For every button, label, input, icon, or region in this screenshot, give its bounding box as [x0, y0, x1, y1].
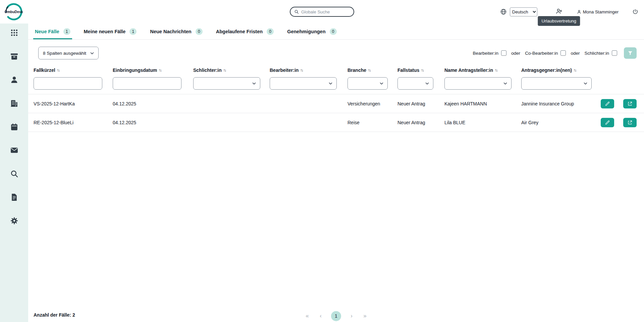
tab-label: Meine neuen Fälle	[84, 29, 126, 34]
gear-icon	[10, 217, 18, 225]
external-link-icon	[627, 101, 633, 106]
language-select[interactable]: Deutsch	[510, 7, 537, 16]
column-header-schlichter[interactable]: Schlichter:in ↑↓	[193, 67, 270, 73]
sort-icon[interactable]: ↑↓	[159, 68, 162, 72]
sort-icon[interactable]: ↑↓	[495, 68, 498, 72]
bearbeiter-checkbox[interactable]	[501, 50, 506, 56]
vacation-tooltip: Urlaubsvertretung	[538, 16, 580, 26]
app-logo: OmbuDesk	[5, 3, 23, 21]
external-link-icon	[627, 120, 633, 125]
open-case-button[interactable]	[623, 118, 637, 127]
vacation-substitute-button[interactable]: Urlaubsvertretung	[555, 8, 562, 16]
sidebar-item-cases[interactable]	[10, 52, 18, 62]
pagination-first[interactable]: «	[304, 313, 310, 319]
column-header-branche[interactable]: Branche ↑↓	[347, 67, 397, 73]
filter-select-fallstatus[interactable]	[397, 77, 433, 90]
schlichter-checkbox[interactable]	[612, 50, 617, 56]
bearbeiter-filter-label: Bearbeiter:in	[473, 51, 499, 56]
sidebar-item-persons[interactable]	[10, 76, 18, 85]
filter-input-fallkuerzel[interactable]	[34, 77, 102, 90]
filter-input-einbringungsdatum[interactable]	[113, 77, 181, 90]
sort-icon[interactable]: ↑↓	[421, 68, 425, 72]
column-header-einbringungsdatum[interactable]: Einbringungsdatum ↑↓	[113, 67, 193, 73]
archive-box-icon	[10, 52, 18, 60]
sort-icon[interactable]: ↑↓	[574, 68, 577, 72]
apply-filter-button[interactable]	[624, 47, 637, 59]
table-filter-row	[28, 76, 644, 94]
cell-antragsgegner: Jannine Insurance Group	[521, 101, 597, 106]
sort-icon[interactable]: ↑↓	[223, 68, 227, 72]
tab-genehmigungen[interactable]: Genehmigungen 0	[287, 24, 336, 39]
sort-icon[interactable]: ↑↓	[300, 68, 304, 72]
globe-icon[interactable]	[500, 8, 507, 15]
column-header-fallkuerzel[interactable]: Fallkürzel ↑↓	[34, 67, 113, 73]
tab-badge: 1	[63, 28, 70, 35]
edit-case-button[interactable]	[601, 99, 614, 108]
search-icon	[294, 9, 299, 14]
chevron-down-icon	[380, 82, 383, 85]
calendar-icon	[10, 123, 18, 131]
sidebar-item-documents[interactable]	[10, 193, 18, 203]
cell-branche: Versicherungen	[347, 101, 397, 106]
pagination-next[interactable]: ›	[348, 313, 355, 319]
columns-select[interactable]: 8 Spalten ausgewählt	[38, 47, 99, 59]
co-bearbeiter-filter: Co-Bearbeiter:in	[525, 50, 566, 56]
sidebar-item-search[interactable]	[10, 170, 18, 179]
sidebar-item-organizations[interactable]	[10, 99, 18, 109]
open-case-button[interactable]	[623, 99, 637, 108]
app-logo-mark: OmbuDesk	[5, 3, 23, 21]
topbar: OmbuDesk Deutsch	[0, 0, 644, 24]
tab-neue-nachrichten[interactable]: Neue Nachrichten 0	[150, 24, 202, 39]
sort-icon[interactable]: ↑↓	[368, 68, 372, 72]
cell-einbringungsdatum: 04.12.2025	[113, 120, 193, 125]
chevron-down-icon	[329, 82, 332, 85]
co-bearbeiter-checkbox[interactable]	[560, 50, 566, 56]
table-row[interactable]: RE-2025-12-BlueLi 04.12.2025 Reise Neuer…	[28, 113, 644, 132]
filter-select-schlichter[interactable]	[193, 77, 260, 90]
tab-badge: 0	[196, 28, 203, 35]
co-bearbeiter-filter-label: Co-Bearbeiter:in	[525, 51, 558, 56]
tab-label: Neue Fälle	[35, 29, 59, 34]
or-label: oder	[571, 51, 580, 56]
column-header-antragsgegner[interactable]: Antragsgegner:in(nen) ↑↓	[521, 67, 597, 73]
pagination-prev[interactable]: ‹	[318, 313, 324, 319]
pagination-page-1[interactable]: 1	[331, 311, 341, 321]
table-footer: Anzahl der Fälle: 2 « ‹ 1 › »	[28, 312, 644, 322]
column-header-antragsteller[interactable]: Name Antragsteller:in ↑↓	[444, 67, 521, 73]
sidebar-item-mail[interactable]	[10, 146, 18, 156]
sidebar-item-settings[interactable]	[10, 217, 18, 226]
grid-menu-icon	[10, 29, 18, 37]
user-menu[interactable]: Mona Stamminger	[577, 9, 619, 14]
filter-select-antragsgegner[interactable]	[521, 77, 592, 90]
logout-button[interactable]	[632, 9, 638, 15]
column-header-bearbeiter[interactable]: Bearbeiter:in ↑↓	[270, 67, 347, 73]
sort-icon[interactable]: ↑↓	[57, 68, 61, 72]
role-filter-group: Bearbeiter:in oder Co-Bearbeiter:in oder…	[473, 47, 637, 59]
bearbeiter-filter: Bearbeiter:in	[473, 50, 507, 56]
cell-fallkuerzel: VS-2025-12-HartKa	[34, 101, 113, 106]
sidebar-item-calendar[interactable]	[10, 123, 18, 132]
tab-badge: 0	[330, 28, 337, 35]
chevron-down-icon	[252, 82, 256, 85]
app-shell: Neue Fälle 1 Meine neuen Fälle 1 Neue Na…	[0, 24, 644, 322]
column-header-label: Branche	[347, 67, 366, 73]
tab-abgelaufene-fristen[interactable]: Abgelaufene Fristen 0	[216, 24, 274, 39]
column-header-label: Fallkürzel	[34, 67, 55, 73]
pagination-last[interactable]: »	[362, 313, 368, 319]
filter-select-bearbeiter[interactable]	[270, 77, 337, 90]
cell-branche: Reise	[347, 120, 397, 125]
edit-case-button[interactable]	[601, 118, 614, 127]
tab-neue-faelle[interactable]: Neue Fälle 1	[35, 24, 70, 39]
filter-select-antragsteller[interactable]	[444, 77, 512, 90]
chevron-down-icon	[503, 82, 507, 85]
column-header-fallstatus[interactable]: Fallstatus ↑↓	[397, 67, 444, 73]
person-icon	[10, 76, 18, 84]
filter-select-branche[interactable]	[347, 77, 388, 90]
global-search[interactable]	[290, 7, 354, 17]
tab-meine-neuen-faelle[interactable]: Meine neuen Fälle 1	[84, 24, 137, 39]
tab-badge: 1	[129, 28, 137, 35]
table-row[interactable]: VS-2025-12-HartKa 04.12.2025 Versicherun…	[28, 94, 644, 113]
global-search-input[interactable]	[301, 9, 350, 14]
tab-label: Genehmigungen	[287, 29, 325, 34]
sidebar-item-apps[interactable]	[10, 29, 18, 38]
